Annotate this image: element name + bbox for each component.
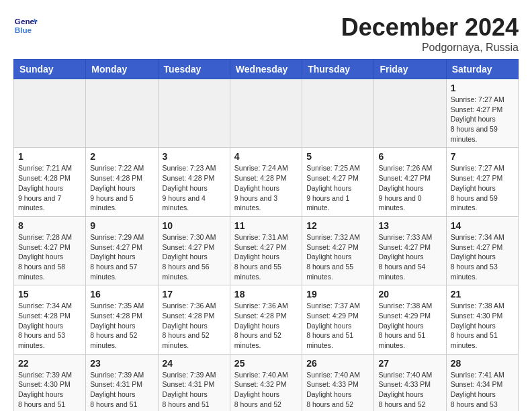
day-info: Sunrise: 7:39 AMSunset: 4:31 PMDaylight … [90, 370, 153, 411]
day-info: Sunrise: 7:40 AMSunset: 4:32 PMDaylight … [234, 370, 298, 411]
day-number: 9 [90, 220, 153, 231]
day-number: 21 [451, 289, 514, 300]
calendar-cell: 12Sunrise: 7:32 AMSunset: 4:27 PMDayligh… [302, 216, 374, 285]
calendar-cell [158, 79, 230, 148]
day-info: Sunrise: 7:35 AMSunset: 4:28 PMDaylight … [90, 301, 153, 350]
calendar-cell: 13Sunrise: 7:33 AMSunset: 4:27 PMDayligh… [374, 216, 446, 285]
day-info: Sunrise: 7:34 AMSunset: 4:28 PMDaylight … [18, 301, 81, 350]
calendar-cell: 23Sunrise: 7:39 AMSunset: 4:31 PMDayligh… [86, 354, 158, 411]
calendar-cell: 24Sunrise: 7:39 AMSunset: 4:31 PMDayligh… [158, 354, 230, 411]
calendar-cell: 22Sunrise: 7:39 AMSunset: 4:30 PMDayligh… [14, 354, 86, 411]
weekday-header: Sunday [14, 60, 86, 79]
calendar-cell: 3Sunrise: 7:23 AMSunset: 4:28 PMDaylight… [158, 148, 230, 216]
day-number: 13 [378, 220, 441, 231]
page-subtitle: Podgornaya, Russia [341, 42, 519, 54]
day-info: Sunrise: 7:38 AMSunset: 4:29 PMDaylight … [378, 301, 441, 350]
day-number: 18 [234, 289, 298, 300]
calendar-cell: 9Sunrise: 7:29 AMSunset: 4:27 PMDaylight… [86, 216, 158, 285]
day-number: 7 [451, 151, 514, 162]
calendar-cell: 18Sunrise: 7:36 AMSunset: 4:28 PMDayligh… [230, 285, 302, 354]
logo-icon: General Blue [13, 13, 38, 38]
calendar-cell: 4Sunrise: 7:24 AMSunset: 4:28 PMDaylight… [230, 148, 302, 216]
day-number: 19 [306, 289, 369, 300]
calendar-week-row: 1Sunrise: 7:27 AMSunset: 4:27 PMDaylight… [14, 79, 519, 148]
day-info: Sunrise: 7:39 AMSunset: 4:30 PMDaylight … [18, 370, 81, 411]
day-number: 1 [18, 151, 81, 162]
calendar-cell: 15Sunrise: 7:34 AMSunset: 4:28 PMDayligh… [14, 285, 86, 354]
calendar-cell: 11Sunrise: 7:31 AMSunset: 4:27 PMDayligh… [230, 216, 302, 285]
day-info: Sunrise: 7:37 AMSunset: 4:29 PMDaylight … [306, 301, 369, 350]
weekday-header: Friday [374, 60, 446, 79]
calendar-cell: 27Sunrise: 7:40 AMSunset: 4:33 PMDayligh… [374, 354, 446, 411]
day-number: 16 [90, 289, 153, 300]
day-number: 1 [451, 83, 514, 93]
calendar-week-row: 8Sunrise: 7:28 AMSunset: 4:27 PMDaylight… [14, 216, 519, 285]
day-info: Sunrise: 7:40 AMSunset: 4:33 PMDaylight … [306, 370, 369, 411]
day-info: Sunrise: 7:33 AMSunset: 4:27 PMDaylight … [378, 232, 441, 281]
calendar-week-row: 22Sunrise: 7:39 AMSunset: 4:30 PMDayligh… [14, 354, 519, 411]
day-number: 4 [234, 151, 298, 162]
day-info: Sunrise: 7:23 AMSunset: 4:28 PMDaylight … [163, 163, 226, 212]
weekday-header: Tuesday [158, 60, 230, 79]
day-number: 22 [18, 358, 81, 369]
day-info: Sunrise: 7:21 AMSunset: 4:28 PMDaylight … [18, 163, 81, 212]
calendar-cell: 17Sunrise: 7:36 AMSunset: 4:28 PMDayligh… [158, 285, 230, 354]
day-info: Sunrise: 7:22 AMSunset: 4:28 PMDaylight … [90, 163, 153, 212]
calendar-week-row: 1Sunrise: 7:21 AMSunset: 4:28 PMDaylight… [14, 148, 519, 216]
day-info: Sunrise: 7:38 AMSunset: 4:30 PMDaylight … [451, 301, 514, 350]
day-number: 12 [306, 220, 369, 231]
calendar-table: SundayMondayTuesdayWednesdayThursdayFrid… [13, 59, 519, 411]
day-info: Sunrise: 7:39 AMSunset: 4:31 PMDaylight … [163, 370, 226, 411]
day-number: 25 [234, 358, 298, 369]
calendar-cell [14, 79, 86, 148]
calendar-week-row: 15Sunrise: 7:34 AMSunset: 4:28 PMDayligh… [14, 285, 519, 354]
calendar-cell: 1Sunrise: 7:27 AMSunset: 4:27 PMDaylight… [446, 79, 518, 148]
title-block: December 2024 Podgornaya, Russia [341, 13, 519, 54]
day-number: 8 [18, 220, 81, 231]
weekday-header: Saturday [446, 60, 518, 79]
calendar-cell: 10Sunrise: 7:30 AMSunset: 4:27 PMDayligh… [158, 216, 230, 285]
calendar-cell [230, 79, 302, 148]
day-number: 11 [234, 220, 298, 231]
day-info: Sunrise: 7:24 AMSunset: 4:28 PMDaylight … [234, 163, 298, 212]
day-info: Sunrise: 7:31 AMSunset: 4:27 PMDaylight … [234, 232, 298, 281]
day-number: 2 [90, 151, 153, 162]
calendar-cell: 7Sunrise: 7:27 AMSunset: 4:27 PMDaylight… [446, 148, 518, 216]
calendar-cell: 25Sunrise: 7:40 AMSunset: 4:32 PMDayligh… [230, 354, 302, 411]
day-number: 28 [451, 358, 514, 369]
weekday-header: Monday [86, 60, 158, 79]
calendar-cell: 16Sunrise: 7:35 AMSunset: 4:28 PMDayligh… [86, 285, 158, 354]
logo: General Blue [13, 13, 40, 38]
day-number: 15 [18, 289, 81, 300]
day-info: Sunrise: 7:30 AMSunset: 4:27 PMDaylight … [163, 232, 226, 281]
day-info: Sunrise: 7:36 AMSunset: 4:28 PMDaylight … [163, 301, 226, 350]
calendar-cell: 1Sunrise: 7:21 AMSunset: 4:28 PMDaylight… [14, 148, 86, 216]
day-number: 5 [306, 151, 369, 162]
calendar-cell [86, 79, 158, 148]
day-info: Sunrise: 7:32 AMSunset: 4:27 PMDaylight … [306, 232, 369, 281]
calendar-cell: 26Sunrise: 7:40 AMSunset: 4:33 PMDayligh… [302, 354, 374, 411]
day-number: 14 [451, 220, 514, 231]
day-info: Sunrise: 7:34 AMSunset: 4:27 PMDaylight … [451, 232, 514, 281]
day-number: 6 [378, 151, 441, 162]
day-info: Sunrise: 7:40 AMSunset: 4:33 PMDaylight … [378, 370, 441, 411]
calendar-cell: 6Sunrise: 7:26 AMSunset: 4:27 PMDaylight… [374, 148, 446, 216]
calendar-cell: 2Sunrise: 7:22 AMSunset: 4:28 PMDaylight… [86, 148, 158, 216]
day-info: Sunrise: 7:36 AMSunset: 4:28 PMDaylight … [234, 301, 298, 350]
day-info: Sunrise: 7:27 AMSunset: 4:27 PMDaylight … [451, 163, 514, 212]
weekday-header: Thursday [302, 60, 374, 79]
calendar-cell: 8Sunrise: 7:28 AMSunset: 4:27 PMDaylight… [14, 216, 86, 285]
calendar-cell: 14Sunrise: 7:34 AMSunset: 4:27 PMDayligh… [446, 216, 518, 285]
calendar-header-row: SundayMondayTuesdayWednesdayThursdayFrid… [14, 60, 519, 79]
day-number: 17 [163, 289, 226, 300]
day-number: 27 [378, 358, 441, 369]
calendar-cell: 19Sunrise: 7:37 AMSunset: 4:29 PMDayligh… [302, 285, 374, 354]
day-number: 20 [378, 289, 441, 300]
day-info: Sunrise: 7:25 AMSunset: 4:27 PMDaylight … [306, 163, 369, 212]
calendar-cell: 21Sunrise: 7:38 AMSunset: 4:30 PMDayligh… [446, 285, 518, 354]
day-info: Sunrise: 7:26 AMSunset: 4:27 PMDaylight … [378, 163, 441, 212]
calendar-cell [374, 79, 446, 148]
day-number: 23 [90, 358, 153, 369]
page-title: December 2024 [341, 13, 519, 42]
day-info: Sunrise: 7:27 AMSunset: 4:27 PMDaylight … [451, 95, 514, 144]
